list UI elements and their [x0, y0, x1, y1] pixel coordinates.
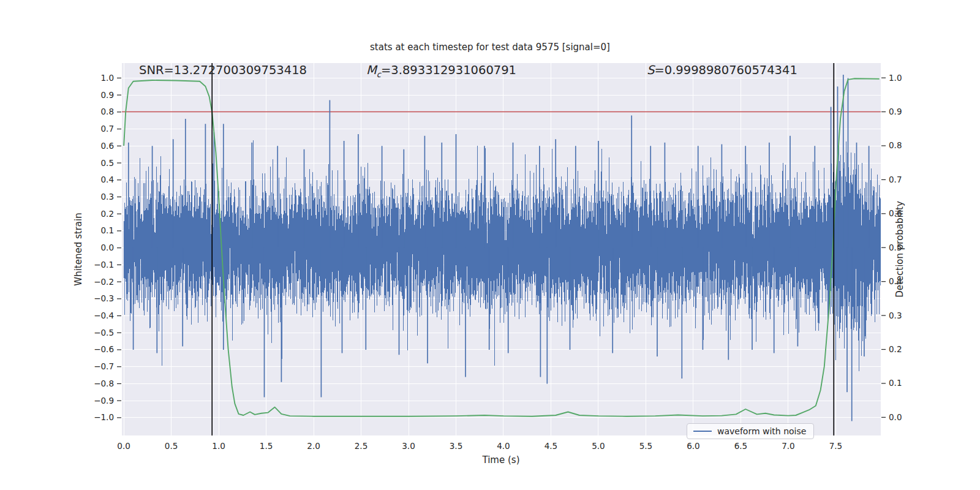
y-tick-label-left: 0.3: [101, 192, 114, 202]
y-tick-label-left: −0.7: [94, 361, 114, 371]
x-tick-label: 1.5: [260, 441, 273, 451]
x-tick-label: 2.5: [355, 441, 368, 451]
x-tick-label: 3.0: [402, 441, 415, 451]
x-tick-label: 7.0: [782, 441, 794, 451]
x-tick-label: 5.0: [592, 441, 605, 451]
y-tick-label-left: 0.5: [101, 158, 114, 168]
y-tick-label-left: 0.0: [101, 243, 114, 252]
figure: 1.00.90.80.70.60.50.40.30.20.10.0−0.1−0.…: [0, 0, 980, 490]
y-tick-label-left: −0.3: [94, 293, 114, 303]
y-tick-label-left: −0.8: [94, 379, 114, 388]
y-tick-label-left: −1.0: [94, 412, 114, 422]
y-tick-label-right: 0.0: [889, 412, 902, 422]
y-tick-label-left: 0.6: [101, 141, 114, 151]
y-tick-label-left: −0.9: [94, 396, 114, 405]
x-tick-label: 3.5: [450, 441, 462, 451]
annotation-s-label: S: [647, 63, 654, 77]
legend: waveform with noise: [687, 423, 814, 439]
x-tick-label: 0.5: [165, 441, 178, 451]
y-tick-label-left: 0.7: [101, 124, 114, 134]
annotation-chirp-mass: Mc=3.893312931060791: [366, 63, 516, 79]
annotation-snr-value: =13.272700309753418: [164, 63, 307, 77]
y-tick-label-left: 0.8: [101, 107, 114, 116]
annotation-snr: SNR=13.272700309753418: [139, 63, 307, 77]
y-tick-label-right: 0.7: [889, 175, 902, 184]
legend-line-sample: [693, 431, 712, 432]
y-tick-label-right: 0.2: [889, 344, 902, 354]
annotation-mc-label: M: [366, 63, 377, 77]
y-tick-label-left: 0.2: [101, 209, 114, 219]
y-tick-label-left: 0.9: [101, 90, 114, 100]
y-axis-label-left: Whitened strain: [73, 213, 84, 285]
y-tick-label-left: −0.5: [94, 328, 114, 337]
y-tick-label-left: 1.0: [101, 73, 114, 83]
chart-title: stats at each timestep for test data 957…: [0, 42, 980, 53]
x-tick-label: 4.0: [497, 441, 510, 451]
y-tick-label-right: 0.1: [889, 378, 902, 388]
y-tick-label-left: −0.2: [94, 277, 114, 287]
annotation-snr-label: SNR: [139, 63, 164, 77]
y-tick-label-left: 0.1: [101, 225, 114, 235]
annotation-mc-subscript: c: [377, 70, 381, 79]
y-tick-label-right: 1.0: [889, 73, 902, 83]
x-tick-label: 5.5: [639, 441, 652, 451]
y-tick-label-left: 0.4: [101, 175, 114, 184]
annotation-s-value: =0.9998980760574341: [654, 63, 797, 77]
y-tick-label-right: 0.8: [889, 140, 902, 150]
x-tick-label: 0.0: [117, 441, 130, 451]
y-tick-label-right: 0.9: [889, 107, 902, 116]
x-tick-label: 6.0: [687, 441, 699, 451]
x-tick-label: 7.5: [829, 441, 842, 451]
legend-label: waveform with noise: [717, 426, 806, 436]
y-tick-label-left: −0.4: [94, 311, 114, 320]
annotation-score: S=0.9998980760574341: [647, 63, 797, 77]
y-tick-label-left: −0.1: [94, 260, 114, 270]
x-tick-label: 4.5: [545, 441, 557, 451]
y-tick-label-right: 0.3: [889, 311, 902, 320]
annotation-mc-value: =3.893312931060791: [381, 63, 516, 77]
x-tick-label: 2.0: [307, 441, 320, 451]
x-axis-label: Time (s): [483, 454, 520, 466]
x-tick-label: 1.0: [212, 441, 225, 451]
y-axis-label-right: Detection probability: [894, 201, 905, 298]
x-tick-label: 6.5: [734, 441, 747, 451]
y-tick-label-left: −0.6: [94, 344, 114, 354]
